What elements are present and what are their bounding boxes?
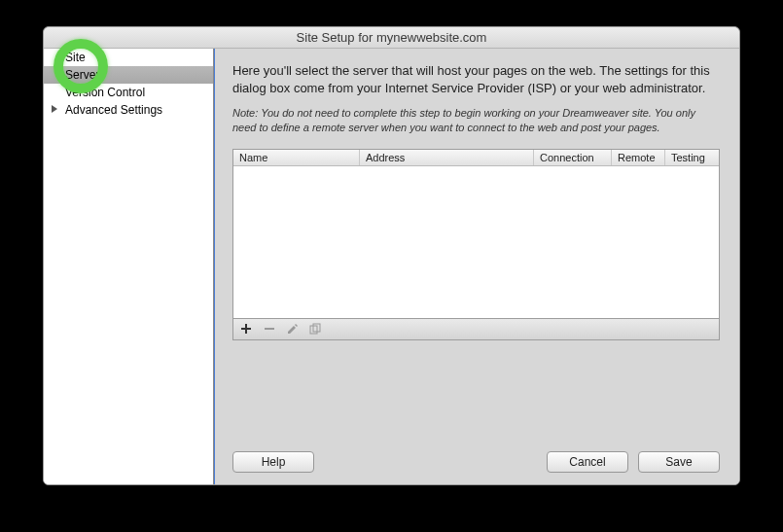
spacer [324, 451, 537, 473]
sidebar-item-servers[interactable]: Servers [44, 66, 213, 84]
note-text: Note: You do not need to complete this s… [232, 106, 720, 135]
cancel-button[interactable]: Cancel [547, 451, 628, 473]
column-header-testing[interactable]: Testing [665, 150, 719, 165]
dialog-title: Site Setup for mynewwebsite.com [44, 27, 739, 49]
sidebar-item-label: Version Control [65, 86, 145, 99]
sidebar-item-label: Advanced Settings [65, 103, 162, 117]
column-header-address[interactable]: Address [360, 150, 534, 165]
save-button[interactable]: Save [638, 451, 720, 473]
column-header-connection[interactable]: Connection [534, 150, 612, 165]
edit-server-button[interactable] [284, 321, 302, 337]
column-header-name[interactable]: Name [233, 150, 360, 165]
duplicate-server-button[interactable] [307, 321, 325, 337]
main-panel: Here you'll select the server that will … [214, 49, 739, 484]
sidebar-item-site[interactable]: Site [44, 49, 213, 66]
column-header-remote[interactable]: Remote [612, 150, 665, 165]
sidebar-item-label: Servers [65, 68, 105, 82]
help-button[interactable]: Help [232, 451, 314, 473]
table-body[interactable] [233, 166, 719, 318]
remove-server-button[interactable] [261, 321, 278, 337]
intro-text: Here you'll select the server that will … [232, 62, 720, 96]
site-setup-dialog: Site Setup for mynewwebsite.com Site Ser… [43, 26, 740, 485]
minus-icon [264, 323, 275, 335]
pencil-icon [287, 323, 299, 335]
svg-rect-0 [265, 328, 274, 330]
sidebar-item-label: Site [65, 51, 86, 64]
button-row: Help Cancel Save [232, 412, 720, 473]
chevron-right-icon [52, 105, 57, 113]
table-toolbar [232, 319, 720, 340]
duplicate-icon [309, 323, 323, 335]
sidebar-item-advanced-settings[interactable]: Advanced Settings [44, 101, 213, 119]
plus-icon [240, 323, 252, 335]
add-server-button[interactable] [237, 321, 255, 337]
table-header: Name Address Connection Remote Testing [233, 150, 719, 166]
servers-table: Name Address Connection Remote Testing [232, 149, 720, 319]
dialog-content: Site Servers Version Control Advanced Se… [44, 49, 739, 484]
sidebar: Site Servers Version Control Advanced Se… [44, 49, 214, 484]
sidebar-item-version-control[interactable]: Version Control [44, 84, 213, 101]
